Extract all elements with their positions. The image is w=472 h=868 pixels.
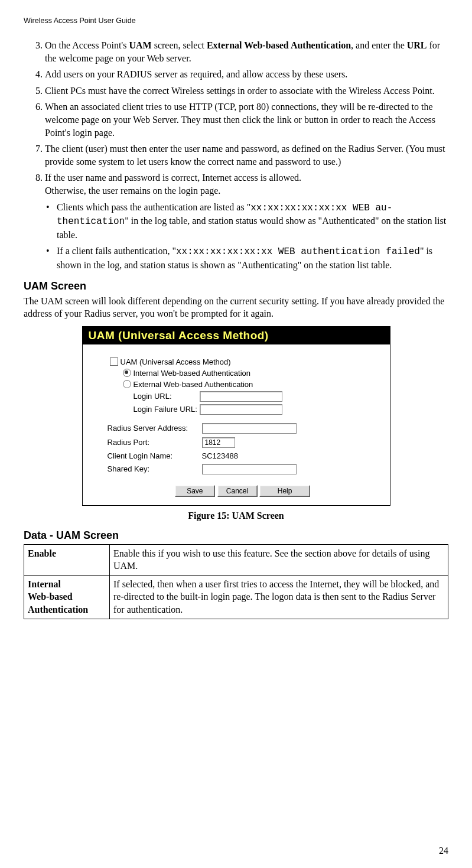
radio-external-label: External Web-based Authentication — [134, 380, 253, 389]
bold: URL — [407, 40, 427, 50]
uam-enable-checkbox[interactable] — [110, 357, 118, 366]
step-7: The client (user) must then enter the us… — [45, 142, 448, 168]
key-line: Web-based — [28, 591, 73, 602]
radio-internal-label: Internal Web-based Authentication — [134, 369, 251, 378]
step-6: When an associated client tries to use H… — [45, 100, 448, 139]
login-failure-url-label: Login Failure URL: — [134, 405, 200, 414]
radius-port-input[interactable]: 1812 — [202, 437, 235, 448]
text: , and enter the — [351, 40, 407, 50]
cell-val-enable: Enable this if you wish to use this feat… — [110, 544, 448, 575]
text: screen, select — [152, 40, 207, 50]
login-url-input[interactable] — [200, 391, 282, 402]
uam-intro-paragraph: The UAM screen will look different depen… — [24, 295, 448, 320]
code: xx:xx:xx:xx:xx:xx WEB authentication fai… — [176, 246, 420, 257]
key-line: Authentication — [28, 604, 88, 615]
running-header: Wireless Access Point User Guide — [24, 17, 448, 25]
text: On the Access Point's — [45, 40, 129, 50]
text: If a client fails authentication, " — [57, 246, 176, 256]
text: If the user name and password is correct… — [45, 173, 301, 183]
radius-server-input[interactable] — [202, 423, 297, 434]
radio-internal[interactable] — [123, 369, 131, 377]
save-button[interactable]: Save — [175, 485, 215, 497]
cell-val-internal: If selected, then when a user first trie… — [110, 575, 448, 619]
step-5: Client PCs must have the correct Wireles… — [45, 84, 448, 97]
key-line: Internal — [28, 579, 61, 589]
step-8: If the user name and password is correct… — [45, 171, 448, 271]
bullet-1: Clients which pass the authentication ar… — [57, 201, 448, 242]
shared-key-label: Shared Key: — [108, 464, 202, 473]
text: Otherwise, the user remains on the login… — [45, 186, 220, 196]
cell-key-internal: Internal Web-based Authentication — [24, 575, 110, 619]
uam-enable-label: UAM (Universal Access Method) — [121, 357, 231, 366]
text: Clients which pass the authentication ar… — [57, 202, 250, 212]
login-failure-url-input[interactable] — [200, 404, 282, 415]
bold: External Web-based Authentication — [207, 40, 351, 50]
radius-port-label: Radius Port: — [108, 438, 202, 447]
heading-uam-screen: UAM Screen — [24, 280, 448, 292]
radio-external[interactable] — [123, 380, 131, 388]
bullet-2: If a client fails authentication, "xx:xx… — [57, 245, 448, 271]
bullet-list: Clients which pass the authentication ar… — [45, 201, 448, 272]
bold: UAM — [129, 40, 151, 50]
shared-key-input[interactable] — [202, 464, 297, 474]
step-4: Add users on your RADIUS server as requi… — [45, 68, 448, 81]
client-login-label: Client Login Name: — [108, 451, 202, 460]
login-url-label: Login URL: — [134, 392, 200, 401]
uam-dialog: UAM (Universal Access Method) UAM (Unive… — [82, 326, 390, 506]
numbered-steps: On the Access Point's UAM screen, select… — [24, 39, 448, 272]
table-row: Internal Web-based Authentication If sel… — [24, 575, 448, 619]
client-login-value: SC123488 — [202, 451, 238, 460]
heading-data-uam-screen: Data - UAM Screen — [24, 529, 448, 542]
figure-caption: Figure 15: UAM Screen — [24, 511, 448, 521]
cell-key-enable: Enable — [24, 544, 110, 575]
table-row: Enable Enable this if you wish to use th… — [24, 544, 448, 575]
uam-banner-title: UAM (Universal Access Method) — [83, 327, 390, 344]
figure-15: UAM (Universal Access Method) UAM (Unive… — [24, 326, 448, 506]
page-number: 24 — [439, 846, 448, 856]
step-3: On the Access Point's UAM screen, select… — [45, 39, 448, 64]
cancel-button[interactable]: Cancel — [217, 485, 258, 497]
radius-server-label: Radius Server Address: — [108, 424, 202, 433]
help-button[interactable]: Help — [259, 485, 310, 497]
data-uam-table: Enable Enable this if you wish to use th… — [24, 544, 448, 619]
